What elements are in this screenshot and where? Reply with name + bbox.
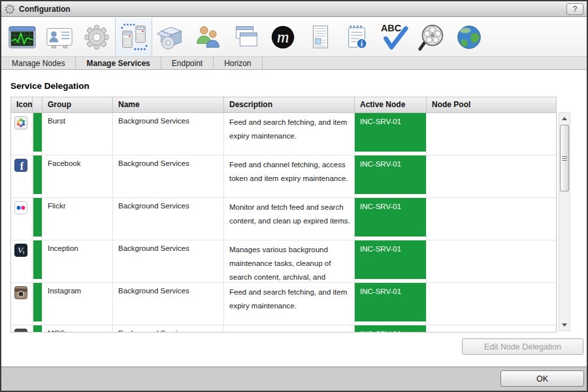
active-node-badge: INC-SRV-01 [355,155,426,194]
name-cell: Background Services [113,240,224,283]
help-button[interactable]: ? [566,3,583,15]
toolbar-spell-check-icon[interactable]: ABC [376,18,413,56]
status-stripe [33,325,42,332]
table-row-mos[interactable]: MOS Background Services Synchronization … [11,325,556,332]
svg-text:f: f [20,161,24,172]
tab-bar: Manage Nodes Manage Services Endpoint Ho… [1,57,587,70]
table-row-flickr[interactable]: Flickr Background Services Monitor and f… [11,198,556,240]
tab-manage-nodes[interactable]: Manage Nodes [1,57,76,69]
name-cell: Background Services [113,325,224,332]
edit-node-delegation-button[interactable]: Edit Node Delegation [462,338,583,355]
toolbar-notes-info-icon[interactable]: i [338,18,376,56]
table-row-instagram[interactable]: Instagram Background Services Feed and s… [11,283,556,325]
column-node-pool[interactable]: Node Pool [427,97,557,112]
ok-button[interactable]: OK [500,370,584,387]
description-cell: Synchronization of MOS devices and [224,325,355,332]
toolbar-windows-icon[interactable] [227,18,264,56]
toolbar: m i ABC [1,18,587,57]
tab-manage-services[interactable]: Manage Services [76,57,161,69]
facebook-icon: f [14,159,27,172]
name-cell: Background Services [113,113,224,155]
description-cell: Feed and channel fetching, access token … [224,155,355,198]
scrollbar-thumb[interactable] [560,125,569,191]
table-row-burst[interactable]: Burst Background Services Feed and searc… [11,113,556,155]
column-description[interactable]: Description [224,97,355,112]
active-node-badge: INC-SRV-01 [355,113,426,152]
description-cell: Monitor and fetch feed and search conten… [224,198,355,240]
node-pool-cell [427,155,556,198]
group-cell: Burst [42,113,113,155]
group-cell: Instagram [42,283,113,325]
status-stripe [33,113,42,152]
up-arrow-icon [562,117,567,120]
group-cell: Facebook [42,155,113,198]
node-pool-cell [427,283,556,325]
table-row-facebook[interactable]: f Facebook Background Services Feed and … [11,155,556,198]
table-header: Icon Group Name Description Active Node … [11,97,556,113]
column-icon[interactable]: Icon [11,97,33,112]
active-node-badge: INC-SRV-01 [355,198,426,237]
mos-icon [14,329,27,332]
svg-text:m: m [276,27,289,46]
column-name[interactable]: Name [113,97,224,112]
configuration-window: Configuration ? [0,0,588,392]
column-active-node[interactable]: Active Node [355,97,427,112]
node-pool-cell [427,198,556,240]
table-row-inception[interactable]: V Inception Background Services Manages … [11,240,556,283]
burst-icon [14,116,27,129]
toolbar-software-package-icon[interactable] [152,18,189,56]
status-stripe [33,240,42,279]
name-cell: Background Services [113,155,224,198]
column-group[interactable]: Group [42,97,113,112]
scroll-up-button[interactable] [559,114,570,123]
service-delegation-table: Icon Group Name Description Active Node … [10,97,557,333]
status-stripe [33,283,42,321]
down-arrow-icon [562,323,567,327]
node-pool-cell [427,113,556,155]
flickr-icon [14,201,27,214]
thumb-grip-icon [562,156,567,161]
table-body: Burst Background Services Feed and searc… [11,113,556,332]
group-cell: Inception [42,240,113,283]
gear-icon [5,4,15,14]
description-cell: Manages various background maintenance t… [224,240,355,283]
inception-icon: V [14,244,27,257]
toolbar-activity-monitor-icon[interactable] [3,18,41,56]
toolbar-film-reel-icon[interactable] [413,18,450,56]
description-cell: Feed and search fetching, and item expir… [224,113,355,155]
name-cell: Background Services [113,198,224,240]
active-node-badge: INC-SRV-01 [355,325,426,332]
toolbar-settings-gear-icon[interactable] [78,18,115,56]
toolbar-manage-services-servers-icon[interactable] [115,18,152,56]
status-stripe [33,155,42,194]
toolbar-contact-card-icon[interactable] [41,18,78,56]
tab-horizon[interactable]: Horizon [214,57,262,69]
instagram-icon [14,286,27,299]
column-status-stripe[interactable] [33,97,42,112]
group-cell: Flickr [42,198,113,240]
node-pool-cell [427,325,556,332]
name-cell: Background Services [113,283,224,325]
title-bar[interactable]: Configuration ? [1,1,587,17]
scroll-down-button[interactable] [559,320,570,330]
active-node-badge: INC-SRV-01 [355,283,426,321]
page-title: Service Delegation [10,81,90,91]
toolbar-users-icon[interactable] [189,18,227,56]
footer-bar: OK [1,367,587,391]
tab-endpoint[interactable]: Endpoint [161,57,214,69]
window-title: Configuration [19,5,71,14]
active-node-badge: INC-SRV-01 [355,240,426,279]
toolbar-m-logo-icon[interactable]: m [264,18,301,56]
table-scrollbar[interactable] [559,112,570,331]
node-pool-cell [427,240,556,283]
description-cell: Feed and search fetching, and item expir… [224,283,355,325]
toolbar-globe-icon[interactable] [450,18,487,56]
svg-text:ABC: ABC [380,23,400,33]
status-stripe [33,198,42,237]
toolbar-document-icon[interactable] [301,18,338,56]
group-cell: MOS [42,325,113,332]
